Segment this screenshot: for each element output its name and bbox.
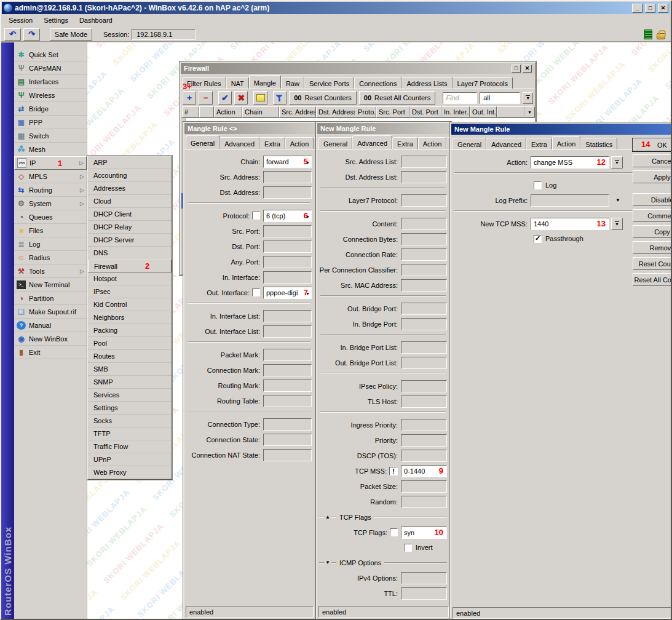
ttl-input[interactable] (401, 587, 447, 600)
in-bridge-port-list-input[interactable] (401, 341, 447, 354)
dst-address-input[interactable] (263, 186, 312, 199)
sidebar-item-tools[interactable]: ⚒Tools▷ (14, 264, 87, 278)
chain-input[interactable]: forward5▼ (263, 156, 312, 168)
ip-submenu-item-accounting[interactable]: Accounting (88, 169, 172, 182)
tcp-flags-input[interactable]: syn10 (401, 527, 447, 539)
dropdown-arrow-icon[interactable]: ▼ (615, 197, 620, 203)
connection-mark-input[interactable] (263, 364, 312, 376)
ip-submenu-item-kid-control[interactable]: Kid Control (88, 298, 172, 311)
menu-dashboard[interactable]: Dashboard (74, 15, 117, 25)
ip-submenu-item-dhcp-server[interactable]: DHCP Server (88, 234, 172, 247)
packet-size-input[interactable] (401, 480, 447, 493)
firewall-tab-mangle[interactable]: Mangle3 (249, 75, 281, 89)
sidebar-item-mpls[interactable]: ◇MPLS▷ (14, 170, 87, 183)
column-header-out-int[interactable]: Out. Int... (470, 106, 497, 117)
sidebar-item-ip[interactable]: 255IP1▷ (14, 156, 87, 170)
redo-button[interactable]: ↷ (23, 28, 40, 41)
tab-general[interactable]: General (453, 138, 486, 149)
sidebar-item-capsman[interactable]: ΨCAPsMAN (14, 62, 87, 75)
src-mac-address-input[interactable] (401, 279, 447, 292)
cancel-button[interactable]: Cancel (633, 154, 671, 167)
sidebar-item-log[interactable]: ≣Log (14, 237, 87, 251)
sidebar-item-manual[interactable]: ?Manual (14, 319, 87, 332)
ip-submenu-item-smb[interactable]: SMB (88, 363, 172, 376)
sidebar-item-queues[interactable]: ◔Queues (14, 210, 87, 224)
action-input[interactable]: change MSS12 (531, 156, 609, 169)
tab-sta[interactable]: Sta (314, 137, 315, 149)
protocol-input[interactable]: 6 (tcp)6▼ (263, 210, 312, 222)
reset-counters-button[interactable]: Reset Counters (633, 257, 671, 270)
sidebar-item-mesh[interactable]: ⁂Mesh (14, 143, 87, 156)
firewall-tab-connections[interactable]: Connections (354, 77, 401, 89)
sidebar-item-quick-set[interactable]: ✻Quick Set (14, 48, 87, 62)
apply-button[interactable]: Apply (633, 170, 671, 183)
dscp-tos-input[interactable] (401, 450, 447, 462)
maximize-button[interactable]: □ (645, 4, 655, 13)
out-interface-input[interactable]: pppoe-digi7▼ (263, 287, 312, 299)
sidebar-item-new-terminal[interactable]: >_New Terminal (14, 278, 87, 292)
tab-extra[interactable]: Extra (392, 137, 418, 149)
find-input[interactable] (443, 92, 477, 104)
firewall-tab-layer7-protocols[interactable]: Layer7 Protocols (453, 77, 513, 89)
content-input[interactable] (401, 218, 447, 230)
tab-general[interactable]: General4 (186, 135, 219, 149)
dialog-titlebar[interactable]: New Mangle Rule (451, 124, 671, 135)
field-checkbox[interactable] (252, 288, 260, 296)
tab-action[interactable]: Action (285, 137, 314, 149)
column-header-action[interactable]: Action (214, 106, 242, 117)
firewall-titlebar[interactable]: Firewall □ ✕ (181, 63, 535, 74)
routing-table-input[interactable] (263, 395, 312, 407)
firewall-tab-service-ports[interactable]: Service Ports (304, 77, 354, 89)
ip-submenu-item-settings[interactable]: Settings (88, 402, 172, 415)
sidebar-item-ppp[interactable]: ▣PPP (14, 116, 87, 129)
connection-type-input[interactable] (263, 418, 312, 431)
filter-dropdown-button[interactable]: ▼ (523, 92, 533, 104)
tab-advanced[interactable]: Advanced (486, 138, 526, 149)
sidebar-item-files[interactable]: ■Files (14, 224, 87, 237)
new-tcp-mss-input[interactable]: 144013 (531, 218, 609, 230)
ip-submenu-item-hotspot[interactable]: Hotspot (88, 272, 172, 285)
menu-settings[interactable]: Settings (39, 15, 73, 25)
column-menu-button[interactable]: ▼ (524, 106, 535, 117)
firewall-tab-nat[interactable]: NAT (226, 77, 249, 89)
tab-extra[interactable]: Extra (259, 137, 285, 149)
ip-submenu-item-upnp[interactable]: UPnP (88, 453, 172, 466)
filter-column-select[interactable]: all (480, 92, 520, 104)
sidebar-item-routing[interactable]: ⇆Routing▷ (14, 183, 87, 197)
sidebar-item-new-winbox[interactable]: ◉New WinBox (14, 332, 87, 346)
reset-all-counters-button[interactable]: 00Reset All Counters (359, 91, 435, 105)
tab-general[interactable]: General (318, 137, 352, 149)
sidebar-item-make-supout-rif[interactable]: ❏Make Supout.rif (14, 305, 87, 319)
dst-address-list-input[interactable] (401, 171, 447, 183)
sidebar-item-switch[interactable]: ▦Switch (14, 129, 87, 143)
ip-submenu-item-snmp[interactable]: SNMP (88, 376, 172, 389)
in-interface-list-input[interactable] (263, 310, 312, 322)
ip-submenu-item-routes[interactable]: Routes (88, 350, 172, 363)
tab-action[interactable]: Action11 (552, 136, 581, 149)
out-bridge-port-input[interactable] (401, 303, 447, 315)
column-header-dst-port[interactable]: Dst. Port (409, 106, 441, 117)
undo-button[interactable]: ↶ (4, 28, 21, 41)
packet-mark-input[interactable] (263, 349, 312, 361)
checkbox-row-invert[interactable]: Invert (404, 541, 447, 554)
ipsec-policy-input[interactable] (401, 380, 447, 392)
dialog-titlebar[interactable]: Mangle Rule <> (184, 123, 315, 134)
ip-submenu-item-socks[interactable]: Socks (88, 415, 172, 427)
in-interface-input[interactable] (263, 271, 312, 284)
layer7-protocol-input[interactable] (401, 194, 447, 207)
firewall-maximize-button[interactable]: □ (512, 65, 521, 73)
any-port-input[interactable] (263, 256, 312, 268)
tab-statistics[interactable]: Statistics (580, 138, 617, 149)
column-header-proto[interactable]: Proto... (355, 106, 376, 117)
dialog-titlebar[interactable]: New Mangle Rule (317, 123, 450, 134)
disable-button[interactable]: Disable (633, 193, 671, 206)
column-header-blank[interactable]: # (182, 106, 199, 117)
column-header-in-inter[interactable]: In. Inter... (441, 106, 470, 117)
ip-submenu-item-packing[interactable]: Packing (88, 324, 172, 337)
connection-bytes-input[interactable] (401, 233, 447, 245)
src-address-list-input[interactable] (401, 156, 447, 168)
dropdown-button[interactable]: ▼ (611, 218, 623, 230)
remove-rule-button[interactable]: − (199, 91, 212, 105)
ipv4-options-input[interactable] (401, 572, 447, 584)
copy-button[interactable]: Copy (633, 225, 671, 238)
